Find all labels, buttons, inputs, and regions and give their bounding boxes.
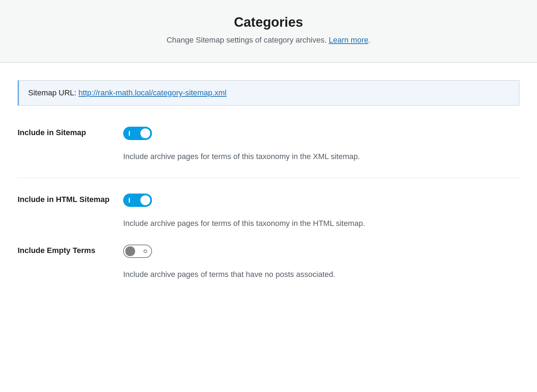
setting-label: Include Empty Terms: [18, 245, 123, 255]
page-title: Categories: [18, 15, 519, 30]
setting-control: Include archive pages for terms of this …: [123, 194, 519, 229]
include-in-html-sitemap-toggle[interactable]: [123, 194, 152, 207]
toggle-on-indicator-icon: [129, 198, 130, 203]
page-description-text: Change Sitemap settings of category arch…: [166, 36, 329, 44]
settings-content: Sitemap URL: http://rank-math.local/cate…: [0, 63, 537, 313]
setting-label: Include in HTML Sitemap: [18, 194, 123, 204]
toggle-off-indicator-icon: [144, 249, 147, 253]
sitemap-url-link[interactable]: http://rank-math.local/category-sitemap.…: [78, 88, 227, 97]
learn-more-link[interactable]: Learn more: [329, 36, 368, 44]
toggle-knob-icon: [140, 128, 150, 138]
setting-include-in-html-sitemap: Include in HTML Sitemap Include archive …: [18, 194, 519, 245]
toggle-knob-icon: [140, 195, 150, 205]
page-description-suffix: .: [368, 36, 371, 44]
setting-help-text: Include archive pages for terms of this …: [123, 217, 519, 229]
include-in-sitemap-toggle[interactable]: [123, 127, 152, 140]
setting-include-in-sitemap: Include in Sitemap Include archive pages…: [18, 127, 519, 178]
setting-control: Include archive pages of terms that have…: [123, 245, 519, 280]
setting-help-text: Include archive pages for terms of this …: [123, 151, 519, 162]
sitemap-url-label: Sitemap URL:: [28, 88, 78, 97]
setting-help-text: Include archive pages of terms that have…: [123, 268, 519, 280]
include-empty-terms-toggle[interactable]: [123, 245, 152, 258]
sitemap-url-notice: Sitemap URL: http://rank-math.local/cate…: [18, 80, 519, 106]
setting-label: Include in Sitemap: [18, 127, 123, 137]
setting-include-empty-terms: Include Empty Terms Include archive page…: [18, 245, 519, 296]
setting-control: Include archive pages for terms of this …: [123, 127, 519, 162]
toggle-on-indicator-icon: [129, 131, 130, 136]
page-header: Categories Change Sitemap settings of ca…: [0, 0, 537, 63]
toggle-knob-icon: [125, 246, 135, 256]
page-description: Change Sitemap settings of category arch…: [18, 36, 519, 45]
